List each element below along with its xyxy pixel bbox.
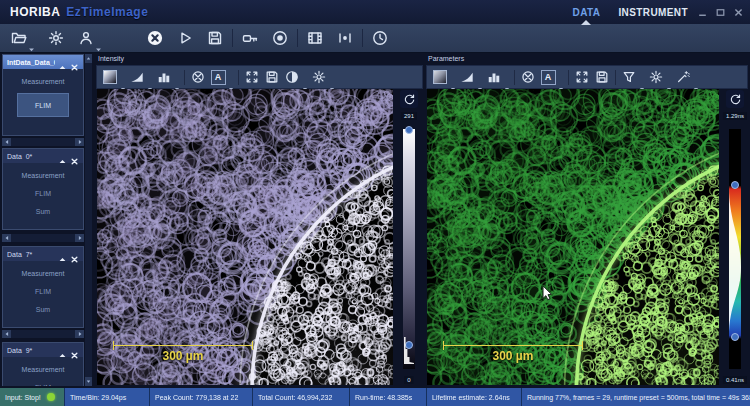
- flim-item[interactable]: FLIM: [3, 384, 83, 386]
- status-run-time: Run-time: 48.385s: [350, 388, 426, 406]
- scroll-left-icon[interactable]: [2, 234, 11, 242]
- caret-down-icon[interactable]: [228, 78, 234, 84]
- refresh-button[interactable]: [726, 90, 744, 108]
- status-acquisition-info: Running 77%, frames = 29, runtime preset…: [522, 388, 750, 406]
- collapse-icon[interactable]: [58, 250, 67, 259]
- caret-down-icon[interactable]: [450, 78, 456, 84]
- start-button[interactable]: [174, 27, 196, 49]
- colormap-button[interactable]: [430, 67, 450, 87]
- colorbar-gradient[interactable]: [729, 129, 741, 369]
- target-button[interactable]: [518, 67, 538, 87]
- collapse-icon[interactable]: [58, 346, 67, 355]
- open-caret-icon[interactable]: [28, 39, 35, 46]
- collapse-icon[interactable]: [58, 152, 67, 161]
- scroll-right-icon[interactable]: [75, 330, 84, 338]
- point-scan-button[interactable]: [334, 27, 356, 49]
- colorbar-handle-top[interactable]: [405, 126, 413, 134]
- tab-data[interactable]: DATA: [573, 7, 601, 18]
- h-scrollbar[interactable]: [2, 330, 84, 338]
- intensity-viewer: Intensity A 300 µm: [95, 55, 425, 386]
- collapse-icon[interactable]: [58, 58, 67, 67]
- caret-down-icon[interactable]: [477, 78, 483, 84]
- close-icon[interactable]: [70, 58, 79, 67]
- maximize-icon[interactable]: [715, 4, 726, 15]
- caret-down-icon[interactable]: [174, 78, 180, 84]
- caret-down-icon[interactable]: [302, 78, 308, 84]
- caret-down-icon[interactable]: [147, 78, 153, 84]
- scroll-up-icon[interactable]: [85, 54, 92, 63]
- sum-item[interactable]: Sum: [3, 208, 83, 215]
- sum-item[interactable]: Sum: [3, 306, 83, 313]
- fit-view-button[interactable]: [572, 67, 592, 87]
- save-button[interactable]: [204, 27, 226, 49]
- caret-down-icon[interactable]: [693, 78, 699, 84]
- main-toolbar: [0, 24, 750, 53]
- data-panel-2-header[interactable]: Data_7*: [3, 247, 83, 261]
- wand-button[interactable]: [673, 67, 693, 87]
- colormap-button[interactable]: [100, 67, 120, 87]
- caret-down-icon[interactable]: [504, 78, 510, 84]
- view-settings-button[interactable]: [309, 67, 329, 87]
- scroll-left-icon[interactable]: [2, 138, 11, 146]
- data-panel-1: Data_0* Measurement FLIM Sum: [2, 148, 84, 230]
- caret-down-icon[interactable]: [558, 78, 564, 84]
- flim-item[interactable]: FLIM: [3, 288, 83, 295]
- save-image-button[interactable]: [592, 67, 612, 87]
- close-icon[interactable]: [733, 4, 744, 15]
- h-scrollbar[interactable]: [2, 234, 84, 242]
- scroll-down-icon[interactable]: [85, 377, 92, 386]
- intensity-image[interactable]: 300 µm: [97, 89, 393, 385]
- histogram-button[interactable]: [484, 67, 504, 87]
- caret-down-icon[interactable]: [666, 78, 672, 84]
- colorbar-max-label: 291: [401, 112, 417, 120]
- scroll-right-icon[interactable]: [75, 234, 84, 242]
- lock-button[interactable]: [239, 27, 261, 49]
- minimize-icon[interactable]: [697, 4, 708, 15]
- flim-item[interactable]: FLIM: [3, 190, 83, 197]
- user-button[interactable]: [75, 27, 97, 49]
- tab-instrument[interactable]: INSTRUMENT: [618, 7, 688, 18]
- data-panel-3-title: Data_9*: [7, 347, 55, 354]
- close-icon[interactable]: [70, 346, 79, 355]
- contrast-button[interactable]: [282, 67, 302, 87]
- h-scrollbar[interactable]: [2, 138, 84, 146]
- annotate-button[interactable]: A: [538, 67, 558, 87]
- target-button[interactable]: [188, 67, 208, 87]
- measurement-label: Measurement: [3, 78, 83, 85]
- caret-down-icon[interactable]: [329, 78, 335, 84]
- measurement-label: Measurement: [3, 270, 83, 277]
- colorbar-gradient[interactable]: [403, 129, 415, 369]
- gamma-ramp-button[interactable]: [127, 67, 147, 87]
- data-panel-0-header[interactable]: IntData_Data_0: [3, 55, 83, 69]
- close-icon[interactable]: [70, 250, 79, 259]
- annotate-button[interactable]: A: [208, 67, 228, 87]
- data-panel-1-header[interactable]: Data_0*: [3, 149, 83, 163]
- fit-view-button[interactable]: [242, 67, 262, 87]
- user-caret-icon[interactable]: [95, 39, 102, 46]
- status-bar: Input: Stop! Time/Bin: 29.04ps Peak Coun…: [0, 388, 750, 406]
- flim-item-selected[interactable]: FLIM: [17, 93, 69, 117]
- filter-button[interactable]: [619, 67, 639, 87]
- scroll-right-icon[interactable]: [75, 138, 84, 146]
- data-panel-3-header[interactable]: Data_9*: [3, 343, 83, 357]
- stop-button[interactable]: [144, 27, 166, 49]
- close-icon[interactable]: [70, 152, 79, 161]
- histogram-button[interactable]: [154, 67, 174, 87]
- scroll-left-icon[interactable]: [2, 330, 11, 338]
- view-settings-button[interactable]: [646, 67, 666, 87]
- save-image-button[interactable]: [262, 67, 282, 87]
- v-scrollbar[interactable]: [85, 54, 92, 386]
- caret-down-icon[interactable]: [120, 78, 126, 84]
- settings-button[interactable]: [45, 27, 67, 49]
- status-lifetime-estimate: Lifetime estimate: 2.64ns: [427, 388, 521, 406]
- refresh-button[interactable]: [400, 90, 418, 108]
- gamma-ramp-button[interactable]: [457, 67, 477, 87]
- open-button[interactable]: [8, 27, 30, 49]
- image-sequence-button[interactable]: [304, 27, 326, 49]
- record-button[interactable]: [269, 27, 291, 49]
- data-panel-2-title: Data_7*: [7, 251, 55, 258]
- timer-button[interactable]: [369, 27, 391, 49]
- parameters-image[interactable]: 300 µm: [427, 89, 719, 385]
- caret-down-icon[interactable]: [639, 78, 645, 84]
- data-sidebar: IntData_Data_0 Measurement FLIM Data_0* …: [2, 54, 92, 386]
